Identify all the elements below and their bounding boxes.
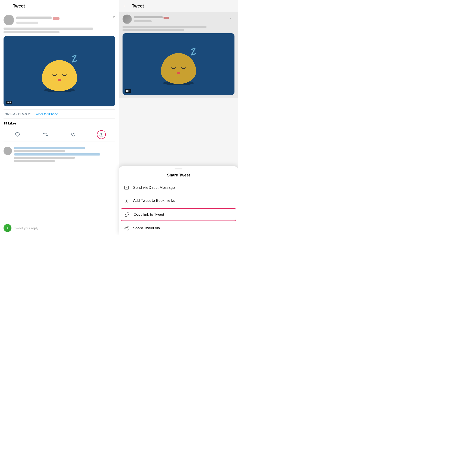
z-icon: Z (70, 53, 78, 65)
reply-name-bar (14, 147, 85, 149)
right-back-button[interactable]: ← (122, 3, 127, 9)
gif-label: GIF (6, 101, 12, 104)
right-header: ← Tweet (119, 0, 238, 12)
sheet-title: Share Tweet (119, 169, 238, 181)
user-name-bar-extra (53, 17, 60, 20)
right-name-bar (134, 16, 163, 18)
reply-content (14, 147, 115, 163)
text-bar (3, 28, 93, 30)
text-bar (3, 31, 60, 33)
emoji-body (42, 60, 77, 91)
right-gif-container: Z GIF (122, 33, 235, 95)
right-panel: ← Tweet ✓ (119, 0, 238, 234)
bottom-reply-bar: A Tweet your reply (0, 221, 119, 234)
retweet-button[interactable] (41, 130, 50, 139)
left-back-button[interactable]: ← (3, 3, 8, 9)
tweet-text-bars (3, 28, 115, 33)
emoji-mouth (58, 79, 61, 81)
dropdown-arrow[interactable]: ∨ (113, 15, 115, 19)
svg-point-4 (125, 228, 126, 229)
copy-link-label: Copy link to Tweet (134, 212, 164, 217)
svg-line-7 (126, 227, 127, 228)
right-emoji-mouth (177, 72, 180, 74)
right-checkmark: ✓ (229, 17, 232, 20)
tweet-content: ∨ Z GIF 6:02 PM · 11 Mar 20 · Twitter (0, 12, 119, 144)
right-avatar (122, 15, 132, 24)
bottom-reply-avatar: A (3, 224, 12, 232)
share-via-label: Share Tweet via... (133, 226, 163, 230)
right-tweet-user-row: ✓ (122, 15, 235, 24)
right-tweet-preview: ✓ Z GIF (119, 12, 238, 98)
left-page-title: Tweet (13, 3, 25, 9)
copy-link-item[interactable]: Copy link to Tweet (121, 208, 236, 221)
reply-text-bar-2 (14, 157, 75, 159)
left-header: ← Tweet (0, 0, 119, 12)
reply-placeholder[interactable]: Tweet your reply (14, 226, 38, 230)
reply-text-bar (14, 153, 100, 155)
reply-section (0, 144, 119, 221)
tweet-user-row: ∨ (3, 15, 115, 25)
reply-icon (15, 132, 20, 137)
svg-point-3 (127, 226, 128, 228)
right-page-title: Tweet (132, 3, 144, 9)
share-icon (99, 132, 104, 137)
user-handle-bar (16, 22, 38, 24)
emoji-eye-left (52, 73, 57, 76)
like-icon (71, 132, 76, 137)
right-name-bar-extra (164, 17, 169, 19)
retweet-icon (43, 132, 48, 137)
sleeping-emoji: Z (37, 49, 82, 93)
share-button[interactable] (97, 130, 106, 139)
svg-point-5 (127, 229, 128, 230)
right-sleeping-emoji: Z (156, 42, 201, 86)
right-z-icon: Z (189, 46, 197, 57)
tweet-timestamp: 6:02 PM · 11 Mar 20 · Twitter for iPhone (3, 109, 115, 116)
share-via-icon (123, 226, 130, 231)
share-via-item[interactable]: Share Tweet via... (119, 222, 238, 234)
user-info (16, 17, 115, 24)
copy-link-icon (124, 212, 130, 217)
right-handle-bar (134, 20, 152, 22)
emoji-eye-right (62, 73, 67, 76)
right-emoji-eye-right (181, 66, 186, 69)
reply-text-bar-3 (14, 160, 55, 162)
send-dm-item[interactable]: Send via Direct Message (119, 181, 238, 194)
reply-item (3, 147, 115, 163)
tweet-likes: 19 Likes (3, 118, 115, 128)
gif-container[interactable]: Z GIF (3, 36, 115, 106)
send-dm-label: Send via Direct Message (133, 185, 175, 190)
add-bookmark-label: Add Tweet to Bookmarks (133, 199, 175, 203)
right-emoji-eye-left (171, 66, 176, 69)
right-text-bar-1 (122, 26, 206, 28)
left-panel: ← Tweet ∨ Z (0, 0, 119, 234)
bookmark-icon (123, 198, 130, 203)
reply-button[interactable] (13, 130, 22, 139)
user-name-bar (16, 17, 51, 19)
share-bottom-sheet: Share Tweet Send via Direct Message Add … (119, 166, 238, 234)
like-button[interactable] (69, 130, 78, 139)
right-text-bar-2 (122, 29, 184, 31)
svg-line-6 (126, 228, 127, 229)
reply-handle-bar (14, 150, 65, 152)
right-emoji-body (161, 53, 196, 84)
twitter-for-iphone-link[interactable]: Twitter for iPhone (34, 112, 58, 116)
right-gif-label: GIF (125, 89, 131, 93)
avatar (3, 15, 14, 25)
tweet-actions (3, 128, 115, 141)
reply-avatar (3, 147, 12, 155)
dm-icon (123, 185, 130, 190)
right-user-info (134, 16, 235, 22)
add-bookmark-item[interactable]: Add Tweet to Bookmarks (119, 194, 238, 207)
